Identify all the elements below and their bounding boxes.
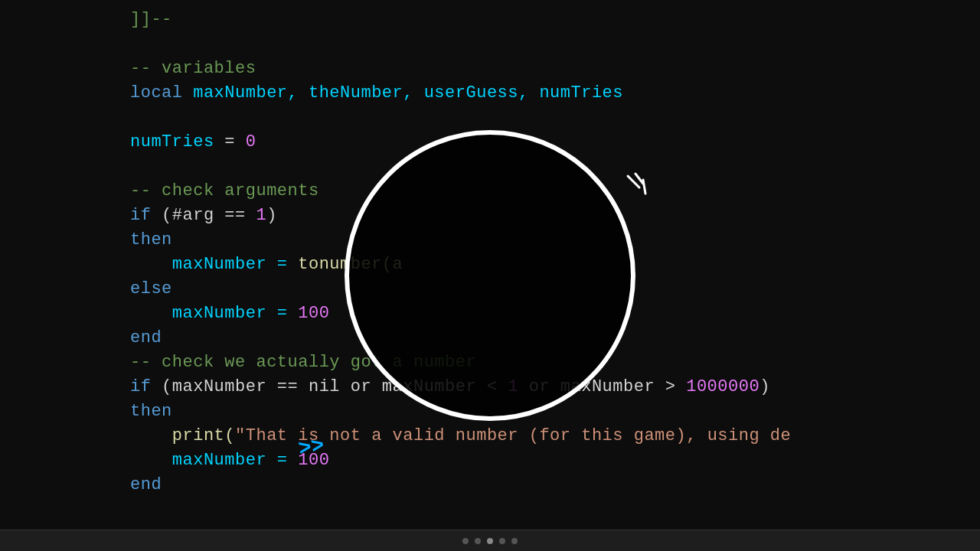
circle-border [345,130,635,421]
svg-line-1 [635,174,643,184]
code-line: print("That is not a valid number (for t… [130,424,980,448]
code-line: end [130,473,980,497]
code-line: local maxNumber, theNumber, userGuess, n… [130,81,980,106]
bottom-navigation-bar [0,530,980,551]
code-line: maxNumber = 100 [130,448,980,473]
dot-1 [462,538,469,544]
code-line [130,106,980,130]
code-line [130,497,980,522]
dot-2 [475,538,481,544]
logo-overlay [345,130,635,421]
dot-5 [511,538,518,544]
dot-3 [487,538,493,544]
svg-line-2 [643,180,645,194]
code-line: -- variables [130,57,980,81]
code-line: ]]-- [130,8,980,32]
code-line [130,32,980,57]
progress-dots [462,538,518,544]
arrows-icon: >> [297,433,326,461]
sparks-icon [601,172,647,218]
dot-4 [499,538,505,544]
